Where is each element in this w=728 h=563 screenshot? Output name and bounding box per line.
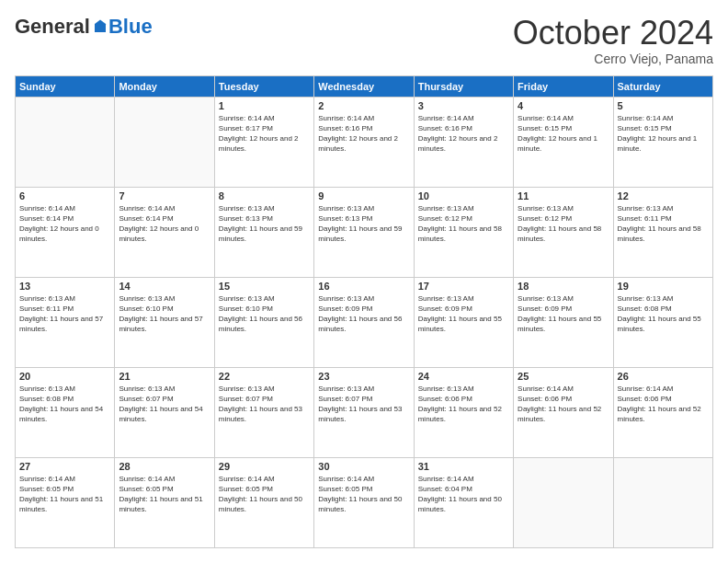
- day-info: Sunrise: 6:13 AM Sunset: 6:09 PM Dayligh…: [418, 293, 509, 335]
- calendar-cell: [115, 97, 214, 187]
- day-info: Sunrise: 6:14 AM Sunset: 6:14 PM Dayligh…: [119, 203, 210, 245]
- calendar-cell: 2Sunrise: 6:14 AM Sunset: 6:16 PM Daylig…: [314, 97, 414, 187]
- day-number: 27: [19, 461, 110, 472]
- day-number: 7: [119, 190, 210, 201]
- title-section: October 2024 Cerro Viejo, Panama: [513, 15, 713, 66]
- day-info: Sunrise: 6:14 AM Sunset: 6:06 PM Dayligh…: [518, 384, 609, 425]
- calendar-day-header: Wednesday: [314, 75, 414, 97]
- day-number: 1: [219, 100, 310, 111]
- calendar-cell: 3Sunrise: 6:14 AM Sunset: 6:16 PM Daylig…: [414, 97, 513, 187]
- calendar-cell: 31Sunrise: 6:14 AM Sunset: 6:04 PM Dayli…: [414, 457, 513, 547]
- calendar-cell: 18Sunrise: 6:13 AM Sunset: 6:09 PM Dayli…: [514, 277, 613, 367]
- day-number: 3: [418, 100, 509, 111]
- day-info: Sunrise: 6:14 AM Sunset: 6:05 PM Dayligh…: [19, 474, 110, 515]
- day-info: Sunrise: 6:13 AM Sunset: 6:10 PM Dayligh…: [119, 293, 210, 335]
- logo-blue-text: Blue: [108, 15, 153, 39]
- day-info: Sunrise: 6:14 AM Sunset: 6:17 PM Dayligh…: [219, 113, 310, 155]
- calendar-cell: 16Sunrise: 6:13 AM Sunset: 6:09 PM Dayli…: [314, 277, 414, 367]
- month-title: October 2024: [513, 15, 713, 52]
- calendar-cell: 10Sunrise: 6:13 AM Sunset: 6:12 PM Dayli…: [414, 187, 513, 277]
- day-info: Sunrise: 6:14 AM Sunset: 6:06 PM Dayligh…: [618, 384, 709, 425]
- day-number: 25: [518, 371, 609, 382]
- calendar-cell: 5Sunrise: 6:14 AM Sunset: 6:15 PM Daylig…: [613, 97, 712, 187]
- calendar-cell: 4Sunrise: 6:14 AM Sunset: 6:15 PM Daylig…: [514, 97, 613, 187]
- calendar-week-row: 6Sunrise: 6:14 AM Sunset: 6:14 PM Daylig…: [16, 187, 713, 277]
- calendar-cell: 25Sunrise: 6:14 AM Sunset: 6:06 PM Dayli…: [514, 367, 613, 457]
- day-number: 31: [418, 461, 509, 472]
- day-number: 24: [418, 371, 509, 382]
- day-info: Sunrise: 6:14 AM Sunset: 6:15 PM Dayligh…: [618, 113, 709, 155]
- calendar-cell: 12Sunrise: 6:13 AM Sunset: 6:11 PM Dayli…: [613, 187, 712, 277]
- calendar-day-header: Thursday: [414, 75, 513, 97]
- day-number: 28: [119, 461, 210, 472]
- calendar-cell: 1Sunrise: 6:14 AM Sunset: 6:17 PM Daylig…: [214, 97, 313, 187]
- day-number: 26: [618, 371, 709, 382]
- day-info: Sunrise: 6:13 AM Sunset: 6:09 PM Dayligh…: [318, 293, 409, 335]
- day-info: Sunrise: 6:13 AM Sunset: 6:12 PM Dayligh…: [518, 203, 609, 245]
- day-info: Sunrise: 6:13 AM Sunset: 6:07 PM Dayligh…: [119, 384, 210, 425]
- day-info: Sunrise: 6:13 AM Sunset: 6:07 PM Dayligh…: [318, 384, 409, 425]
- calendar-cell: 20Sunrise: 6:13 AM Sunset: 6:08 PM Dayli…: [16, 367, 115, 457]
- calendar-cell: 14Sunrise: 6:13 AM Sunset: 6:10 PM Dayli…: [115, 277, 214, 367]
- day-info: Sunrise: 6:14 AM Sunset: 6:05 PM Dayligh…: [219, 474, 310, 515]
- calendar-cell: 15Sunrise: 6:13 AM Sunset: 6:10 PM Dayli…: [214, 277, 313, 367]
- calendar-cell: 11Sunrise: 6:13 AM Sunset: 6:12 PM Dayli…: [514, 187, 613, 277]
- day-info: Sunrise: 6:14 AM Sunset: 6:15 PM Dayligh…: [518, 113, 609, 155]
- logo: General Blue: [15, 15, 153, 39]
- calendar-cell: 7Sunrise: 6:14 AM Sunset: 6:14 PM Daylig…: [115, 187, 214, 277]
- calendar-cell: 8Sunrise: 6:13 AM Sunset: 6:13 PM Daylig…: [214, 187, 313, 277]
- calendar-cell: 29Sunrise: 6:14 AM Sunset: 6:05 PM Dayli…: [214, 457, 313, 547]
- day-info: Sunrise: 6:13 AM Sunset: 6:09 PM Dayligh…: [518, 293, 609, 335]
- day-info: Sunrise: 6:13 AM Sunset: 6:13 PM Dayligh…: [318, 203, 409, 245]
- calendar-cell: 6Sunrise: 6:14 AM Sunset: 6:14 PM Daylig…: [16, 187, 115, 277]
- day-number: 21: [119, 371, 210, 382]
- calendar-cell: 26Sunrise: 6:14 AM Sunset: 6:06 PM Dayli…: [613, 367, 712, 457]
- day-number: 8: [219, 190, 310, 201]
- calendar-cell: 23Sunrise: 6:13 AM Sunset: 6:07 PM Dayli…: [314, 367, 414, 457]
- calendar-cell: [16, 97, 115, 187]
- calendar-cell: 28Sunrise: 6:14 AM Sunset: 6:05 PM Dayli…: [115, 457, 214, 547]
- calendar-day-header: Friday: [514, 75, 613, 97]
- day-number: 13: [19, 281, 110, 292]
- day-info: Sunrise: 6:14 AM Sunset: 6:05 PM Dayligh…: [119, 474, 210, 515]
- day-number: 12: [618, 190, 709, 201]
- page-header: General Blue October 2024 Cerro Viejo, P…: [15, 15, 713, 66]
- calendar-cell: 9Sunrise: 6:13 AM Sunset: 6:13 PM Daylig…: [314, 187, 414, 277]
- calendar-cell: 27Sunrise: 6:14 AM Sunset: 6:05 PM Dayli…: [16, 457, 115, 547]
- day-number: 18: [518, 281, 609, 292]
- day-number: 17: [418, 281, 509, 292]
- day-info: Sunrise: 6:13 AM Sunset: 6:06 PM Dayligh…: [418, 384, 509, 425]
- calendar-cell: [613, 457, 712, 547]
- calendar-cell: 21Sunrise: 6:13 AM Sunset: 6:07 PM Dayli…: [115, 367, 214, 457]
- day-number: 2: [318, 100, 409, 111]
- day-number: 23: [318, 371, 409, 382]
- calendar-cell: 13Sunrise: 6:13 AM Sunset: 6:11 PM Dayli…: [16, 277, 115, 367]
- day-number: 11: [518, 190, 609, 201]
- day-number: 10: [418, 190, 509, 201]
- day-number: 5: [618, 100, 709, 111]
- calendar-day-header: Tuesday: [214, 75, 313, 97]
- calendar-week-row: 1Sunrise: 6:14 AM Sunset: 6:17 PM Daylig…: [16, 97, 713, 187]
- day-info: Sunrise: 6:13 AM Sunset: 6:08 PM Dayligh…: [19, 384, 110, 425]
- day-info: Sunrise: 6:14 AM Sunset: 6:16 PM Dayligh…: [418, 113, 509, 155]
- day-number: 14: [119, 281, 210, 292]
- day-number: 19: [618, 281, 709, 292]
- day-info: Sunrise: 6:13 AM Sunset: 6:08 PM Dayligh…: [618, 293, 709, 335]
- calendar-week-row: 27Sunrise: 6:14 AM Sunset: 6:05 PM Dayli…: [16, 457, 713, 547]
- day-info: Sunrise: 6:13 AM Sunset: 6:11 PM Dayligh…: [19, 293, 110, 335]
- day-info: Sunrise: 6:14 AM Sunset: 6:16 PM Dayligh…: [318, 113, 409, 155]
- calendar-week-row: 13Sunrise: 6:13 AM Sunset: 6:11 PM Dayli…: [16, 277, 713, 367]
- calendar-table: SundayMondayTuesdayWednesdayThursdayFrid…: [15, 75, 713, 548]
- day-number: 29: [219, 461, 310, 472]
- day-number: 16: [318, 281, 409, 292]
- day-info: Sunrise: 6:14 AM Sunset: 6:05 PM Dayligh…: [318, 474, 409, 515]
- calendar-week-row: 20Sunrise: 6:13 AM Sunset: 6:08 PM Dayli…: [16, 367, 713, 457]
- day-number: 30: [318, 461, 409, 472]
- day-number: 6: [19, 190, 110, 201]
- day-info: Sunrise: 6:13 AM Sunset: 6:13 PM Dayligh…: [219, 203, 310, 245]
- day-number: 4: [518, 100, 609, 111]
- calendar-header-row: SundayMondayTuesdayWednesdayThursdayFrid…: [16, 75, 713, 97]
- location-subtitle: Cerro Viejo, Panama: [513, 52, 713, 66]
- calendar-day-header: Monday: [115, 75, 214, 97]
- day-info: Sunrise: 6:13 AM Sunset: 6:07 PM Dayligh…: [219, 384, 310, 425]
